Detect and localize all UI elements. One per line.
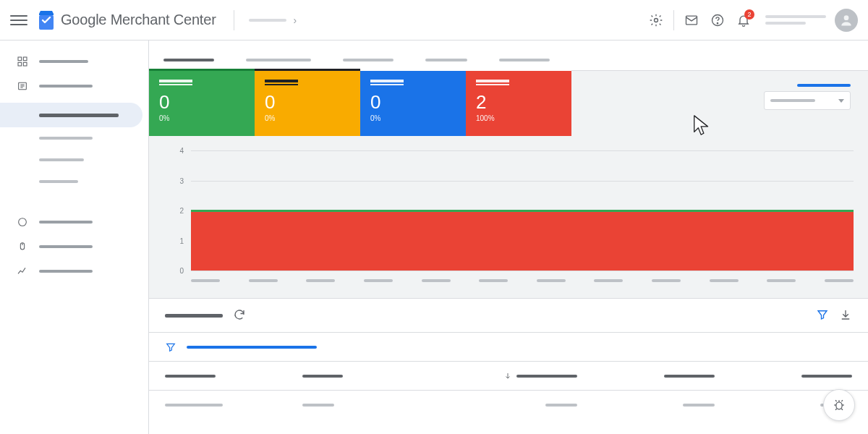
issues-toolbar bbox=[149, 298, 868, 333]
notifications-icon[interactable]: 2 bbox=[731, 7, 757, 33]
x-tick bbox=[825, 279, 854, 282]
divider bbox=[673, 10, 674, 30]
col-trend[interactable] bbox=[715, 375, 852, 378]
svg-point-4 bbox=[717, 22, 718, 23]
svg-rect-2 bbox=[686, 16, 697, 25]
sidebar-subitem-2[interactable] bbox=[0, 149, 148, 171]
account-switcher[interactable] bbox=[765, 15, 826, 25]
filter-outline-icon bbox=[165, 341, 176, 353]
x-tick bbox=[364, 279, 393, 282]
x-tick bbox=[249, 279, 278, 282]
issues-table-header bbox=[149, 362, 868, 391]
stat-card-active[interactable]: 0 0% bbox=[149, 71, 255, 136]
feedback-fab[interactable] bbox=[823, 389, 855, 421]
status-cards-row: 0 0% 0 0% 0 0% 2 100% bbox=[149, 71, 868, 136]
avatar[interactable] bbox=[835, 9, 858, 32]
merchant-center-logo-icon bbox=[38, 9, 55, 31]
x-tick bbox=[479, 279, 508, 282]
y-tick: 0 bbox=[179, 267, 184, 275]
divider bbox=[234, 10, 234, 30]
sidebar bbox=[0, 41, 149, 434]
svg-point-5 bbox=[844, 15, 849, 20]
table-row[interactable] bbox=[149, 391, 868, 420]
x-tick bbox=[652, 279, 681, 282]
sidebar-item-performance[interactable] bbox=[0, 259, 142, 284]
stat-card-pending[interactable]: 0 0% bbox=[255, 71, 360, 136]
svg-point-11 bbox=[19, 218, 27, 226]
caret-down-icon bbox=[838, 99, 844, 103]
col-affected[interactable] bbox=[440, 372, 577, 380]
y-tick: 1 bbox=[179, 237, 184, 244]
svg-rect-8 bbox=[18, 62, 22, 66]
notification-badge: 2 bbox=[744, 9, 754, 20]
stat-card-expiring[interactable]: 0 0% bbox=[360, 71, 466, 136]
sidebar-item-products[interactable] bbox=[0, 103, 142, 127]
x-tick bbox=[191, 279, 220, 282]
sidebar-item-overview[interactable] bbox=[0, 49, 142, 74]
breadcrumb[interactable]: › bbox=[249, 14, 297, 26]
add-filter-row[interactable] bbox=[149, 333, 868, 362]
col-percent[interactable] bbox=[577, 375, 715, 378]
refresh-icon[interactable] bbox=[233, 308, 246, 323]
main-content: 0 0% 0 0% 0 0% 2 100% bbox=[149, 41, 868, 434]
chevron-right-icon: › bbox=[294, 14, 297, 26]
y-tick: 3 bbox=[179, 176, 184, 184]
stat-card-disapproved[interactable]: 2 100% bbox=[466, 71, 571, 136]
svg-point-13 bbox=[836, 402, 842, 409]
tab-bar bbox=[149, 41, 868, 71]
diagnostics-panel: 0 0% 0 0% 0 0% 2 100% bbox=[149, 71, 868, 298]
cards-right-region bbox=[571, 71, 868, 136]
x-tick bbox=[710, 279, 739, 282]
app-logo[interactable]: Google Merchant Center bbox=[38, 9, 216, 31]
sidebar-subitem-1[interactable] bbox=[0, 127, 148, 149]
sort-down-icon bbox=[503, 372, 512, 380]
sidebar-item-growth[interactable] bbox=[0, 210, 142, 234]
chart-line-active bbox=[191, 210, 854, 212]
svg-rect-0 bbox=[39, 15, 54, 30]
dashboard-icon bbox=[16, 55, 29, 68]
x-tick bbox=[306, 279, 335, 282]
x-tick bbox=[767, 279, 796, 282]
mouse-icon bbox=[16, 240, 29, 253]
sidebar-item-2[interactable] bbox=[0, 74, 142, 98]
settings-icon[interactable] bbox=[643, 7, 669, 33]
sidebar-item-marketing[interactable] bbox=[0, 234, 142, 259]
col-issue[interactable] bbox=[165, 375, 302, 378]
issues-title bbox=[165, 314, 223, 318]
trend-icon bbox=[16, 265, 29, 278]
y-tick: 4 bbox=[179, 147, 184, 155]
svg-rect-6 bbox=[18, 57, 22, 61]
svg-point-1 bbox=[655, 18, 658, 22]
chart-link[interactable] bbox=[797, 84, 851, 87]
list-icon bbox=[16, 80, 29, 93]
app-title: Google Merchant Center bbox=[61, 12, 216, 28]
status-history-chart: 01234 bbox=[163, 148, 854, 285]
svg-rect-7 bbox=[23, 57, 27, 61]
filter-icon[interactable] bbox=[816, 308, 829, 323]
menu-icon[interactable] bbox=[10, 12, 27, 29]
help-icon[interactable] bbox=[705, 7, 731, 33]
col-country[interactable] bbox=[302, 375, 440, 378]
x-tick bbox=[422, 279, 451, 282]
circle-icon bbox=[16, 216, 29, 229]
chart-area-disapproved bbox=[191, 210, 854, 271]
app-header: Google Merchant Center › 2 bbox=[0, 0, 868, 41]
x-tick bbox=[594, 279, 623, 282]
sidebar-subitem-3[interactable] bbox=[0, 171, 148, 192]
x-tick bbox=[537, 279, 566, 282]
add-filter-label bbox=[187, 346, 317, 349]
destination-dropdown[interactable] bbox=[764, 91, 851, 110]
mail-icon[interactable] bbox=[678, 7, 705, 33]
y-tick: 2 bbox=[179, 207, 184, 215]
blank-icon bbox=[16, 109, 29, 122]
download-icon[interactable] bbox=[839, 308, 852, 323]
svg-rect-9 bbox=[23, 62, 27, 66]
